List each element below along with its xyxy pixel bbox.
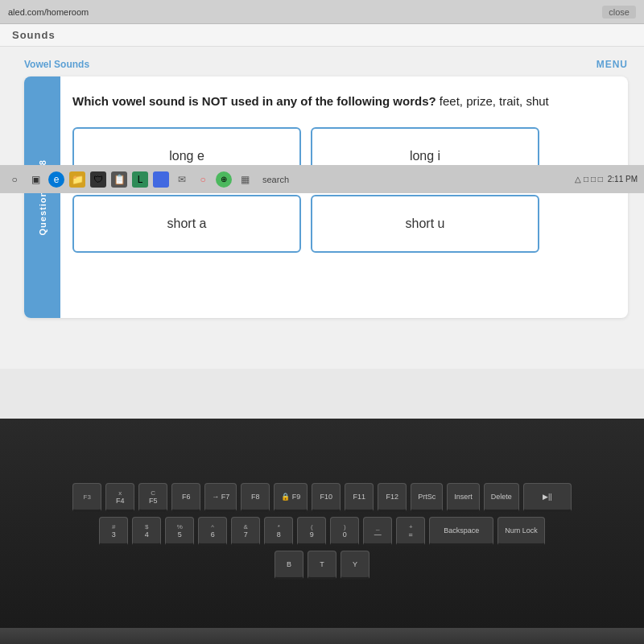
windows-search-icon: ○ [6,171,23,188]
section-label: Vowel Sounds [24,59,628,70]
laptop-body [0,628,644,644]
answer-short-a[interactable]: short a [72,195,301,253]
key-x: xF4 [105,483,134,512]
key-f10: F10 [312,483,341,512]
question-card: Question 3 of 8 Which vowel sound is NOT… [24,76,628,318]
app-icon-misc: ▦ [237,171,253,188]
page-header: Sounds [0,24,644,47]
key-minus: _— [363,517,392,546]
key-equals: += [396,517,425,546]
keyboard: F3 xF4 CF5 F6 → F7 F8 🔒 F9 F10 F11 F12 P… [0,419,644,644]
search-label[interactable]: search [258,175,294,184]
key-numlock: Num Lock [497,517,545,546]
app-icon-1: 📋 [111,171,127,188]
key-lock: 🔒 F9 [274,483,308,512]
key-b: B [275,551,303,580]
answer-short-u[interactable]: short u [311,195,539,253]
url-bar: aled.com/homeroom [8,7,602,17]
key-f8: F8 [241,483,270,512]
taskbar: ○ ▣ e 📁 🛡 📋 L ✉ ○ ⊕ ▦ search △ □ □ □ 2:1… [0,165,644,193]
system-tray: △ □ □ □ 2:11 PM [575,175,638,184]
key-hash: #3 [99,517,128,546]
key-backspace: Backspace [429,517,493,546]
key-dollar: $4 [132,517,161,546]
tray-icons: △ □ □ □ [575,175,602,184]
laptop-screen: aled.com/homeroom close Sounds Vowel Sou… [0,0,644,419]
question-prompt-bold: Which vowel sound is NOT used in any of … [72,94,436,108]
system-time: 2:11 PM [608,175,638,184]
key-t: T [308,551,336,580]
keyboard-row-1: F3 xF4 CF5 F6 → F7 F8 🔒 F9 F10 F11 F12 P… [72,483,572,512]
keyboard-row-3: B T Y [275,551,369,580]
key-y: Y [341,551,369,580]
content-area: Vowel Sounds MENU Question 3 of 8 Which … [0,47,644,369]
question-prompt-plain: feet, prize, trait, shut [436,94,549,108]
folder-icon: 📁 [69,171,85,188]
app-icon-envelope: ✉ [174,171,190,188]
chrome-icon: ⊕ [216,171,232,188]
app-icon-blue [153,171,169,188]
menu-button[interactable]: MENU [597,59,628,70]
browser-chrome: aled.com/homeroom close [0,0,644,24]
question-counter-sidebar: Question 3 of 8 [24,76,60,318]
key-insert: Insert [447,483,480,512]
close-button[interactable]: close [602,6,636,19]
key-f11: F11 [345,483,374,512]
key-asterisk: *8 [264,517,293,546]
keyboard-row-2: #3 $4 %5 ^6 &7 *8 (9 )0 _— += Backspace … [99,517,545,546]
key-prtsc: PrtSc [411,483,443,512]
key-rparen: )0 [330,517,359,546]
key-c: CF5 [138,483,167,512]
task-view-icon: ▣ [27,171,43,188]
key-arrow: → F7 [204,483,237,512]
shield-icon: 🛡 [90,171,106,188]
key-pause: ▶|| [523,483,572,512]
app-icon-green: L [132,171,148,188]
key-percent: %5 [165,517,194,546]
key-caret: ^6 [198,517,227,546]
key-f12: F12 [378,483,407,512]
edge-icon: e [48,171,64,188]
key-f3: F3 [72,483,101,512]
app-icon-circle: ○ [195,171,211,188]
key-ampersand: &7 [231,517,260,546]
key-delete: Delete [484,483,519,512]
key-lparen: (9 [297,517,326,546]
key-f6: F6 [171,483,200,512]
question-text: Which vowel sound is NOT used in any of … [72,93,612,111]
